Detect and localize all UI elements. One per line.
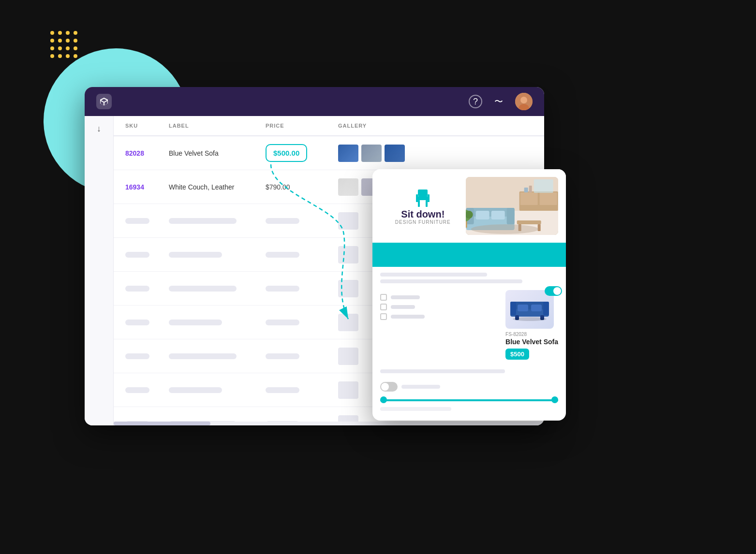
checkbox-item[interactable] [380, 304, 425, 310]
placeholder [391, 315, 425, 319]
price-blue-sofa[interactable]: $500.00 [266, 144, 338, 162]
avatar[interactable] [515, 93, 533, 110]
gallery-thumb-3 [385, 145, 405, 162]
placeholder [266, 353, 299, 359]
placeholder [338, 348, 358, 365]
placeholder [266, 218, 299, 224]
sidebar-arrow[interactable]: ↓ [97, 124, 101, 134]
toggle-circle [381, 383, 389, 391]
product-price: $500 [505, 349, 529, 360]
placeholder [338, 314, 358, 331]
app-logo[interactable] [96, 94, 112, 109]
store-tagline: Design Furniture [395, 219, 451, 225]
toggle-on[interactable] [545, 286, 562, 296]
svg-rect-26 [537, 224, 540, 231]
placeholder [125, 387, 149, 393]
label-blue-sofa: Blue Velvet Sofa [169, 149, 266, 157]
slider-track[interactable] [380, 399, 558, 401]
placeholder [391, 295, 420, 299]
product-card: FS-82028 Blue Velvet Sofa $500 [505, 290, 558, 360]
svg-rect-21 [506, 208, 514, 224]
toggle-off-row[interactable] [372, 378, 566, 395]
checkbox-list [380, 294, 425, 323]
sidebar: ↓ [85, 116, 114, 425]
svg-rect-16 [529, 186, 532, 192]
svg-rect-23 [491, 211, 504, 219]
popup-card: Sit down! Design Furniture [372, 169, 566, 421]
gallery-blue-sofa[interactable] [338, 145, 533, 162]
placeholder [169, 320, 222, 325]
placeholder [169, 387, 222, 393]
placeholder-section [372, 267, 566, 288]
sku-82028: 82028 [125, 149, 169, 157]
placeholder [391, 305, 415, 309]
help-icon[interactable]: ? [469, 95, 482, 108]
svg-rect-35 [543, 302, 549, 315]
svg-rect-7 [426, 200, 428, 207]
header-icons: ? 〜 [469, 93, 533, 110]
slider-thumb-min[interactable] [380, 396, 387, 403]
placeholder [338, 246, 358, 263]
product-name: Blue Velvet Sofa [505, 338, 558, 346]
col-sku: SKU [125, 123, 169, 129]
svg-rect-17 [534, 179, 553, 193]
placeholder [266, 320, 299, 325]
checkbox[interactable] [380, 313, 387, 320]
scrollbar[interactable] [114, 422, 544, 425]
price-slider[interactable] [372, 395, 566, 405]
checkbox-item[interactable] [380, 294, 425, 301]
gallery-thumb-1 [338, 145, 358, 162]
placeholder [169, 252, 222, 258]
placeholder-section-3 [372, 405, 566, 418]
product-sku: FS-82028 [505, 332, 558, 337]
placeholder [380, 273, 487, 277]
placeholder [125, 353, 149, 359]
decorative-dots [48, 29, 79, 60]
table-row: 82028 Blue Velvet Sofa $500.00 [114, 136, 544, 170]
placeholder [266, 286, 299, 292]
store-header: Sit down! Design Furniture [372, 169, 566, 243]
store-room-image [466, 177, 558, 235]
placeholder [125, 218, 149, 224]
checkbox[interactable] [380, 294, 387, 301]
slider-thumb-max[interactable] [551, 396, 558, 403]
svg-rect-34 [510, 302, 516, 315]
placeholder [169, 286, 237, 292]
sku-16934: 16934 [125, 183, 169, 191]
placeholder [338, 381, 358, 399]
checkbox[interactable] [380, 304, 387, 310]
chart-icon[interactable]: 〜 [492, 95, 505, 108]
product-info: FS-82028 Blue Velvet Sofa $500 [505, 329, 558, 360]
placeholder [338, 280, 358, 297]
product-row: FS-82028 Blue Velvet Sofa $500 [372, 288, 566, 362]
col-label: LABEL [169, 123, 266, 129]
chair-icon [413, 188, 432, 209]
placeholder [401, 385, 440, 389]
placeholder [125, 286, 149, 292]
svg-point-40 [513, 317, 547, 321]
svg-rect-15 [524, 188, 528, 192]
toggle-circle [553, 287, 561, 295]
svg-rect-6 [418, 200, 420, 207]
svg-rect-4 [418, 190, 428, 196]
store-logo-section: Sit down! Design Furniture [380, 177, 466, 235]
scrollbar-thumb[interactable] [114, 422, 210, 425]
checkbox-item[interactable] [380, 313, 425, 320]
placeholder [169, 218, 237, 224]
placeholder [338, 212, 358, 230]
price-white-couch[interactable]: $790.00 [266, 183, 338, 191]
table-header: SKU LABEL PRICE GALLERY [114, 116, 544, 136]
placeholder [380, 407, 451, 411]
svg-rect-37 [531, 305, 542, 311]
gallery-thumb-2 [361, 145, 382, 162]
svg-rect-24 [517, 220, 541, 224]
toggle-off[interactable] [380, 382, 398, 392]
cyan-banner [372, 243, 566, 267]
svg-rect-22 [475, 211, 489, 219]
col-price: PRICE [266, 123, 338, 129]
header-bar: ? 〜 [85, 87, 544, 116]
placeholder [169, 353, 237, 359]
placeholder [125, 252, 149, 258]
svg-point-27 [471, 224, 538, 234]
product-image [505, 290, 554, 329]
